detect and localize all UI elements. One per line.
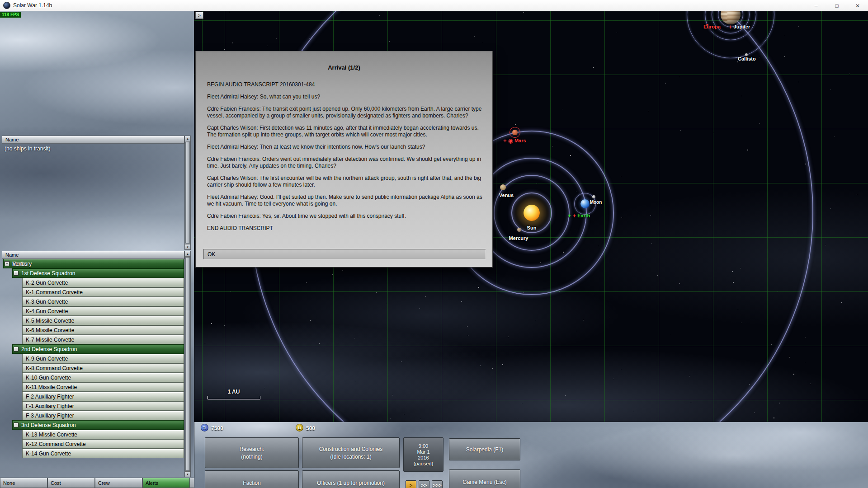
tree-row-label: K-1 Command Corvette [23,289,83,296]
window-maximize-button[interactable]: ▢ [826,0,847,11]
friendly-fleet-marker-icon[interactable]: + [568,213,571,218]
enemy-fleet-marker-icon[interactable]: + [503,138,507,143]
planet-venus-label[interactable]: Venus [499,192,514,198]
dialog-body: BEGIN AUDIO TRANSCRIPT 20160301-484Fleet… [207,81,486,237]
tree-row-label: F-3 Auxiliary Fighter [23,413,74,419]
window-close-button[interactable]: ✕ [847,0,868,11]
filter-cost[interactable]: Cost [47,478,95,488]
tree-row-k-2-gun-corvette[interactable]: K-2 Gun Corvette [22,278,184,287]
tree-row-k-9-gun-corvette[interactable]: K-9 Gun Corvette [22,354,184,363]
clock-date: Mar 1 [417,449,429,455]
scroll-up-icon[interactable]: ▲ [185,251,190,257]
planet-earth[interactable] [580,199,590,208]
filter-bar-corner [190,478,194,488]
tree-row-f-1-auxiliary-fighter[interactable]: F-1 Auxiliary Fighter [22,401,184,411]
fleet-header-label: Name [5,252,19,258]
game-menu-button[interactable]: Game Menu (Esc) [449,469,520,488]
titanium-amount: 7500 [211,425,223,432]
tree-row-2nd-defense-squadron[interactable]: −2nd Defense Squadron [12,344,184,354]
scroll-up-icon[interactable]: ▲ [185,136,190,141]
earth-label-row[interactable]: + + Earth [568,213,590,218]
tree-row-label: K-7 Missile Corvette [23,337,74,343]
tree-row-k-12-command-corvette[interactable]: K-12 Command Corvette [22,439,184,449]
tree-row-k-1-command-corvette[interactable]: K-1 Command Corvette [22,287,184,297]
planet-mercury[interactable] [517,228,521,232]
construction-button[interactable]: Construction and Colonies (Idle location… [302,437,400,468]
research-button[interactable]: Research: (nothing) [205,437,299,468]
window-title: Solar War 1.14b [13,2,52,9]
tree-row-k-8-command-corvette[interactable]: K-8 Command Corvette [22,363,184,373]
collapse-icon[interactable]: − [14,347,19,352]
planet-sun-label[interactable]: Sun [527,225,537,230]
tree-row-venus[interactable]: Venus [12,259,27,268]
tree-row-f-2-auxiliary-fighter[interactable]: F-2 Auxiliary Fighter [22,392,184,401]
transit-scrollbar[interactable]: ▲ ▼ [184,136,191,250]
scale-label: 1 AU [228,389,240,395]
tree-row-label: K-10 Gun Corvette [23,375,71,381]
planet-mars-label[interactable]: Mars [514,138,526,143]
tree-row-k-4-gun-corvette[interactable]: K-4 Gun Corvette [22,306,184,316]
clock-year: 2016 [418,455,429,460]
map-area[interactable]: Sun Mercury Venus Moon + + Earth + ◉ Mar… [194,11,868,422]
officers-button[interactable]: Officers (1 up for promotion) [302,470,400,488]
fleet-scrollbar[interactable]: ▲ ▼ [184,251,191,477]
speed-button-1[interactable]: > [406,480,416,488]
scroll-down-icon[interactable]: ▼ [185,244,190,249]
collapse-icon[interactable]: − [14,422,19,427]
moon-body[interactable] [592,195,595,198]
jupiter-label-row[interactable]: + Jupiter [729,24,750,29]
tree-row-k-7-missile-corvette[interactable]: K-7 Missile Corvette [22,335,184,344]
collapse-icon[interactable]: − [5,261,9,266]
planet-earth-label[interactable]: Earth [577,213,590,218]
fleet-list-header[interactable]: Name [2,251,184,259]
tree-row-label: F-2 Auxiliary Fighter [23,394,74,400]
tree-row-k-5-missile-corvette[interactable]: K-5 Missile Corvette [22,316,184,325]
speed-button-2[interactable]: >> [419,480,429,488]
scroll-down-icon[interactable]: ▼ [185,471,190,477]
enemy-fleet-marker-icon[interactable]: + [573,213,576,218]
faction-button[interactable]: Faction [205,470,299,488]
moon-callisto-label[interactable]: Callisto [738,56,756,61]
speed-buttons: >>>>>> [406,480,443,488]
tree-row-k-14-gun-corvette[interactable]: K-14 Gun Corvette [22,449,184,458]
tree-row-k-13-missile-corvette[interactable]: K-13 Missile Corvette [22,430,184,439]
speed-button-3[interactable]: >>> [432,480,443,488]
scroll-thumb[interactable] [185,257,190,471]
planet-venus[interactable] [500,184,506,190]
enemy-fleet-marker-icon[interactable]: + [729,24,732,29]
moon-label[interactable]: Moon [590,200,602,205]
tree-row-k-11-missile-corvette[interactable]: K-11 Missile Corvette [22,382,184,392]
window-minimize-button[interactable]: – [806,0,826,11]
dialog-title: Arrival (1/2) [196,64,492,71]
collapse-icon[interactable]: − [14,271,19,276]
tree-row-label: F-1 Auxiliary Fighter [23,403,74,409]
clock-panel[interactable]: 9:00 Mar 1 2016 (paused) [403,437,443,472]
filter-crew[interactable]: Crew [95,478,142,488]
tree-row-k-3-gun-corvette[interactable]: K-3 Gun Corvette [22,297,184,306]
solarpedia-button[interactable]: Solarpedia (F1) [449,438,520,460]
tree-row-label: K-3 Gun Corvette [23,299,68,305]
moon-europa-label[interactable]: Europa [703,24,721,29]
tree-row-label: 2nd Defense Squadron [21,346,77,352]
dialog-ok-button[interactable]: OK [203,249,486,259]
tree-row-k-6-missile-corvette[interactable]: K-6 Missile Corvette [22,325,184,335]
tree-row-3rd-defense-squadron[interactable]: −3rd Defense Squadron [12,420,184,430]
transit-list-header[interactable]: Name [2,136,184,144]
surveillance-icon[interactable]: ◉ [508,138,513,143]
filter-bar: NoneCostCrewAlerts [0,478,190,488]
mars-label-row[interactable]: + ◉ Mars [503,138,526,143]
app-icon [3,2,10,9]
filter-none[interactable]: None [0,478,47,488]
mars-selection-ring [509,127,520,138]
tree-row-f-3-auxiliary-fighter[interactable]: F-3 Auxiliary Fighter [22,411,184,420]
uranium-amount: 500 [306,425,315,432]
sidebar-collapse-button[interactable]: > [195,12,203,19]
planet-sun[interactable] [524,205,540,221]
tree-row-k-10-gun-corvette[interactable]: K-10 Gun Corvette [22,373,184,382]
filter-alerts[interactable]: Alerts [142,478,190,488]
planet-mercury-label[interactable]: Mercury [509,235,528,241]
tree-row-1st-defense-squadron[interactable]: −1st Defense Squadron [12,268,184,278]
scroll-thumb[interactable] [185,142,190,244]
planet-jupiter-label[interactable]: Jupiter [734,24,750,29]
tree-row-label: K-13 Missile Corvette [23,432,77,438]
